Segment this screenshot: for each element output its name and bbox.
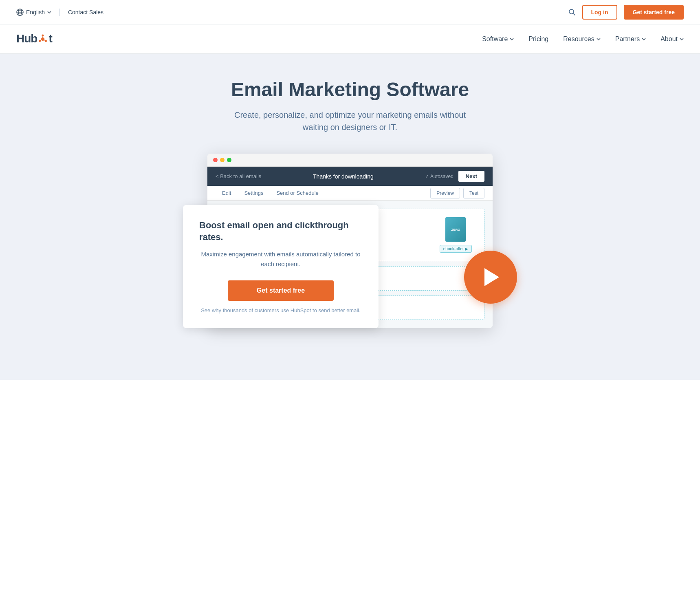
- nav-resources-label: Resources: [563, 35, 594, 43]
- top-bar-right: Log in Get started free: [568, 5, 684, 20]
- toolbar-next-button[interactable]: Next: [458, 171, 484, 182]
- ebook-section: ZERO ebook-offer ▶: [440, 217, 472, 253]
- nav-partners[interactable]: Partners: [615, 35, 646, 43]
- tab-settings[interactable]: Settings: [238, 186, 270, 200]
- tab-edit[interactable]: Edit: [216, 186, 238, 200]
- get-started-top-button[interactable]: Get started free: [624, 5, 684, 20]
- nav-partners-label: Partners: [615, 35, 640, 43]
- nav-pricing-label: Pricing: [528, 35, 548, 43]
- logo[interactable]: Hub t: [16, 32, 52, 45]
- ebook-offer-badge[interactable]: ebook-offer ▶: [440, 245, 472, 253]
- svg-line-6: [573, 13, 575, 15]
- resources-chevron-icon: [597, 38, 601, 40]
- svg-line-11: [44, 40, 45, 41]
- app-mockup-wrapper: < Back to all emails Thanks for download…: [207, 154, 493, 328]
- feature-card-cta-button[interactable]: Get started free: [228, 280, 334, 301]
- nav-software[interactable]: Software: [482, 35, 514, 43]
- software-chevron-icon: [510, 38, 514, 40]
- toolbar-right: ✓ Autosaved Next: [425, 171, 484, 182]
- hero-section: Email Marketing Software Create, persona…: [0, 54, 700, 380]
- app-tabs: Edit Settings Send or Schedule Preview T…: [207, 186, 493, 201]
- login-button[interactable]: Log in: [582, 5, 617, 20]
- feature-card: Boost email open and clickthrough rates.…: [183, 205, 379, 328]
- nav-bar: Hub t Software Pricing Resources Partner…: [0, 24, 700, 54]
- ebook-title: ZERO: [451, 228, 460, 231]
- globe-icon: [16, 9, 24, 16]
- language-label: English: [26, 9, 45, 15]
- test-button[interactable]: Test: [463, 188, 484, 198]
- partners-chevron-icon: [642, 38, 646, 40]
- nav-about-label: About: [660, 35, 678, 43]
- chevron-down-icon: [47, 11, 51, 13]
- toolbar-back-link[interactable]: < Back to all emails: [216, 173, 261, 179]
- app-tabs-right: Preview Test: [430, 188, 484, 198]
- hero-subtitle: Create, personalize, and optimize your m…: [224, 109, 476, 133]
- app-toolbar: < Back to all emails Thanks for download…: [207, 167, 493, 186]
- window-close-dot: [213, 158, 218, 162]
- nav-about[interactable]: About: [660, 35, 684, 43]
- toolbar-autosaved-label: ✓ Autosaved: [425, 174, 453, 179]
- top-bar: English Contact Sales Log in Get started…: [0, 0, 700, 24]
- svg-point-7: [41, 37, 44, 41]
- search-button[interactable]: [568, 9, 576, 16]
- ebook-book: ZERO: [445, 217, 466, 242]
- logo-text: Hub t: [16, 32, 52, 45]
- toolbar-email-title: Thanks for downloading: [313, 173, 374, 180]
- nav-software-label: Software: [482, 35, 508, 43]
- language-selector[interactable]: English: [16, 9, 60, 16]
- hubspot-logo-icon: [37, 34, 48, 44]
- nav-links: Software Pricing Resources Partners Abou…: [482, 35, 684, 43]
- search-icon: [568, 9, 576, 16]
- hero-title: Email Marketing Software: [16, 78, 684, 101]
- window-chrome: [207, 154, 493, 167]
- nav-pricing[interactable]: Pricing: [528, 35, 548, 43]
- window-expand-dot: [227, 158, 231, 162]
- contact-sales-link[interactable]: Contact Sales: [68, 9, 103, 15]
- tab-send-or-schedule[interactable]: Send or Schedule: [270, 186, 325, 200]
- nav-resources[interactable]: Resources: [563, 35, 600, 43]
- feature-card-title: Boost email open and clickthrough rates.: [199, 220, 362, 243]
- top-bar-left: English Contact Sales: [16, 9, 103, 16]
- feature-card-desc: Maximize engagement with emails automati…: [199, 249, 362, 269]
- feature-card-note: See why thousands of customers use HubSp…: [199, 307, 362, 313]
- window-minimize-dot: [220, 158, 225, 162]
- svg-line-13: [40, 40, 41, 41]
- svg-point-8: [42, 34, 44, 36]
- preview-button[interactable]: Preview: [430, 188, 460, 198]
- about-chevron-icon: [680, 38, 684, 40]
- play-triangle-icon: [484, 268, 499, 286]
- play-button[interactable]: [464, 251, 517, 304]
